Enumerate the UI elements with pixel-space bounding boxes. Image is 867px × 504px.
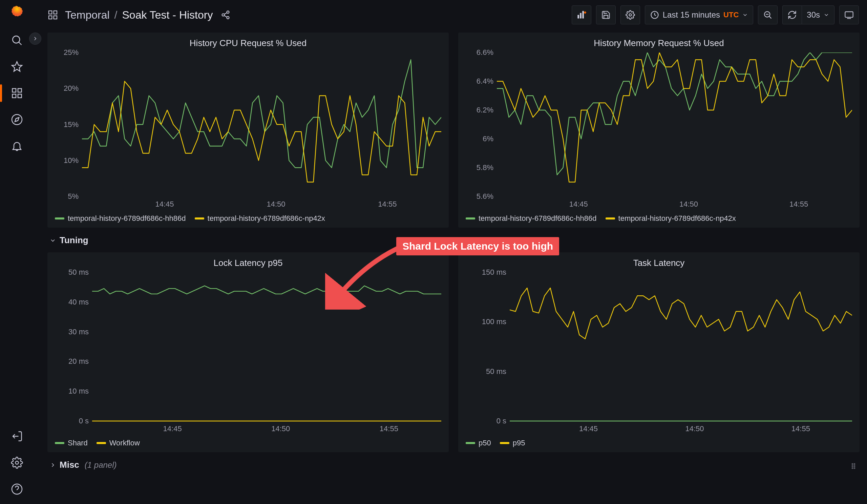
side-nav bbox=[0, 0, 34, 504]
clock-icon bbox=[650, 10, 660, 20]
svg-point-34 bbox=[852, 464, 853, 465]
svg-line-21 bbox=[224, 15, 227, 17]
svg-rect-14 bbox=[54, 11, 57, 14]
help-icon[interactable] bbox=[10, 482, 24, 496]
svg-point-17 bbox=[227, 11, 229, 13]
svg-point-27 bbox=[629, 14, 631, 16]
svg-rect-5 bbox=[12, 94, 16, 98]
time-picker[interactable]: Last 15 minutes UTC bbox=[645, 6, 753, 24]
svg-point-11 bbox=[12, 484, 22, 494]
row-header-tuning[interactable]: Tuning bbox=[47, 232, 859, 248]
svg-point-0 bbox=[12, 36, 20, 43]
top-bar: Temporal / Soak Test - History Last 15 m… bbox=[34, 0, 867, 30]
settings-icon[interactable] bbox=[10, 456, 24, 470]
add-panel-button[interactable] bbox=[572, 6, 591, 24]
dashboard-content: History CPU Request % Used 5%10%15%20%25… bbox=[47, 33, 859, 504]
row-title: Tuning bbox=[60, 235, 88, 246]
panel-legend: temporal-history-6789df686c-hh86d tempor… bbox=[47, 211, 449, 228]
panel-legend: Shard Workflow bbox=[47, 435, 449, 452]
svg-rect-22 bbox=[577, 15, 579, 19]
svg-rect-13 bbox=[49, 11, 52, 14]
breadcrumb: Temporal / Soak Test - History bbox=[65, 9, 213, 21]
panel-task-latency[interactable]: Task Latency 0 s50 ms100 ms150 ms14:4514… bbox=[458, 252, 859, 452]
row-header-misc[interactable]: Misc (1 panel) bbox=[47, 457, 859, 472]
explore-icon[interactable] bbox=[10, 113, 24, 126]
panel-legend: p50 p95 bbox=[458, 435, 859, 452]
dashboard-settings-button[interactable] bbox=[620, 6, 640, 24]
row-title: Misc bbox=[60, 460, 79, 470]
panel-title: History CPU Request % Used bbox=[47, 33, 449, 50]
save-button[interactable] bbox=[596, 6, 616, 24]
apps-icon[interactable] bbox=[47, 10, 58, 20]
star-icon[interactable] bbox=[10, 60, 24, 74]
signin-icon[interactable] bbox=[10, 429, 24, 443]
refresh-button[interactable] bbox=[782, 6, 802, 24]
sidebar-collapse-button[interactable] bbox=[29, 33, 41, 45]
timezone-label: UTC bbox=[724, 11, 739, 19]
svg-rect-23 bbox=[580, 13, 581, 18]
svg-rect-15 bbox=[49, 16, 52, 19]
svg-rect-16 bbox=[54, 16, 57, 19]
svg-rect-32 bbox=[845, 12, 853, 17]
refresh-interval-picker[interactable]: 30s bbox=[802, 6, 835, 24]
dashboards-icon[interactable] bbox=[10, 86, 24, 100]
row-panel-count: (1 panel) bbox=[85, 460, 117, 470]
chevron-down-icon bbox=[823, 12, 829, 18]
svg-line-1 bbox=[19, 42, 21, 45]
svg-marker-2 bbox=[12, 62, 22, 72]
chevron-right-icon bbox=[50, 462, 56, 469]
svg-line-30 bbox=[769, 16, 771, 18]
panel-title: Lock Latency p95 bbox=[47, 252, 449, 270]
svg-point-37 bbox=[854, 466, 855, 467]
alerting-icon[interactable] bbox=[10, 139, 24, 153]
panel-memory[interactable]: History Memory Request % Used 5.6%5.8%6%… bbox=[458, 33, 859, 228]
grafana-logo[interactable] bbox=[10, 5, 24, 21]
share-icon[interactable] bbox=[221, 10, 230, 20]
svg-rect-3 bbox=[12, 89, 16, 93]
zoom-out-button[interactable] bbox=[758, 6, 778, 24]
panel-title: Task Latency bbox=[458, 252, 859, 270]
svg-marker-8 bbox=[15, 118, 19, 121]
breadcrumb-separator: / bbox=[115, 9, 118, 21]
svg-point-7 bbox=[12, 115, 22, 125]
svg-point-35 bbox=[854, 464, 855, 465]
chevron-down-icon bbox=[50, 237, 56, 244]
svg-point-10 bbox=[15, 461, 19, 464]
time-range-label: Last 15 minutes bbox=[663, 10, 720, 20]
svg-point-39 bbox=[854, 468, 855, 469]
breadcrumb-folder[interactable]: Temporal bbox=[65, 9, 110, 21]
drag-handle-icon[interactable] bbox=[849, 462, 857, 470]
svg-line-20 bbox=[224, 13, 227, 14]
svg-rect-24 bbox=[582, 11, 584, 18]
refresh-interval-label: 30s bbox=[807, 10, 820, 20]
search-icon[interactable] bbox=[10, 33, 24, 47]
chevron-down-icon bbox=[742, 12, 748, 18]
svg-point-19 bbox=[227, 17, 229, 19]
svg-rect-6 bbox=[18, 94, 22, 98]
svg-point-38 bbox=[852, 468, 853, 469]
svg-point-18 bbox=[222, 14, 225, 16]
panel-title: History Memory Request % Used bbox=[458, 33, 859, 50]
svg-point-36 bbox=[852, 466, 853, 467]
breadcrumb-title[interactable]: Soak Test - History bbox=[122, 9, 213, 21]
panel-legend: temporal-history-6789df686c-hh86d tempor… bbox=[458, 211, 859, 228]
panel-lock-latency[interactable]: Lock Latency p95 0 s10 ms20 ms30 ms40 ms… bbox=[47, 252, 449, 452]
tv-mode-button[interactable] bbox=[839, 6, 859, 24]
svg-rect-4 bbox=[18, 89, 22, 93]
panel-cpu[interactable]: History CPU Request % Used 5%10%15%20%25… bbox=[47, 33, 449, 228]
